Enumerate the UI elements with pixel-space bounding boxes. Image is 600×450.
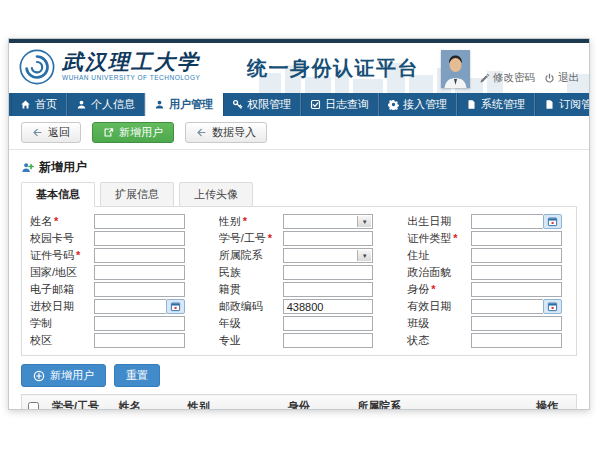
user-icon	[76, 99, 87, 110]
select-all-checkbox[interactable]	[28, 402, 39, 410]
key-icon	[232, 99, 243, 110]
class-input[interactable]	[471, 316, 562, 331]
back-arrow-icon	[32, 127, 43, 138]
gender-label: 性别*	[219, 214, 283, 229]
native-place-input[interactable]	[283, 282, 374, 297]
status-label: 状态	[407, 333, 471, 348]
political-status-label: 政治面貌	[407, 265, 471, 280]
user-avatar[interactable]	[441, 50, 470, 88]
result-table: 学号/工号姓名性别身份所属院系操作	[21, 394, 577, 410]
nav-tab-label: 订阅管理	[559, 97, 590, 112]
nav-tab-system[interactable]: 系统管理	[457, 93, 535, 116]
country-region-input[interactable]	[94, 265, 185, 280]
form-field-political-status: 政治面貌	[407, 265, 568, 280]
email-label: 电子邮箱	[30, 282, 94, 297]
nav-tab-permissions[interactable]: 权限管理	[223, 93, 301, 116]
pencil-icon	[479, 73, 490, 84]
nav-tab-logs[interactable]: 日志查询	[301, 93, 379, 116]
reset-button[interactable]: 重置	[114, 364, 160, 387]
nav-tab-access[interactable]: 接入管理	[379, 93, 457, 116]
reset-button-label: 重置	[126, 368, 148, 383]
add-user-toolbar-label: 新增用户	[119, 125, 163, 140]
data-import-button[interactable]: 数据导入	[185, 122, 267, 143]
required-asterisk: *	[54, 215, 58, 227]
required-asterisk: *	[243, 215, 247, 227]
form-field-email: 电子邮箱	[30, 282, 219, 297]
export-icon	[103, 127, 114, 138]
student-id-label: 学号/工号*	[219, 231, 283, 246]
valid-date-input[interactable]	[471, 299, 543, 314]
form-row: 姓名*性别*▼出生日期	[30, 213, 568, 230]
grade-input[interactable]	[283, 316, 374, 331]
chevron-down-icon[interactable]: ▼	[357, 216, 371, 227]
logout-label: 退出	[558, 71, 579, 85]
postal-code-input[interactable]	[283, 299, 374, 314]
status-input[interactable]	[471, 333, 562, 348]
app-header: 武汉理工大学 WUHAN UNIVERSITY OF TECHNOLOGY 统一…	[9, 43, 589, 93]
form-row: 电子邮箱籍贯身份*	[30, 281, 568, 298]
nav-tab-label: 首页	[35, 97, 57, 112]
form-row: 学制年级班级	[30, 315, 568, 332]
entry-date-field	[94, 299, 185, 314]
department-select[interactable]: ▼	[283, 248, 374, 263]
calendar-icon[interactable]	[543, 299, 562, 314]
form-field-birth-date: 出生日期	[407, 214, 568, 229]
identity-input[interactable]	[471, 282, 562, 297]
form-field-id-number: 证件号码*	[30, 248, 219, 263]
gender-select[interactable]: ▼	[283, 214, 374, 229]
valid-date-field	[471, 299, 562, 314]
form-field-gender: 性别*▼	[219, 214, 408, 229]
ethnicity-label: 民族	[219, 265, 283, 280]
nav-tab-users[interactable]: 用户管理	[145, 93, 223, 116]
campus-input[interactable]	[94, 333, 185, 348]
name-input[interactable]	[94, 214, 185, 229]
nav-tab-home[interactable]: 首页	[11, 93, 67, 116]
schooling-length-label: 学制	[30, 316, 94, 331]
back-button[interactable]: 返回	[21, 122, 81, 143]
nav-tab-subscription[interactable]: 订阅管理	[535, 93, 590, 116]
change-password-link[interactable]: 修改密码	[479, 71, 535, 85]
birth-date-input[interactable]	[471, 214, 543, 229]
address-input[interactable]	[471, 248, 562, 263]
identity-label: 身份*	[407, 282, 471, 297]
column-header-5: 操作	[532, 395, 576, 411]
doc-icon	[466, 99, 477, 110]
home-icon	[20, 99, 31, 110]
tab-extended-info[interactable]: 扩展信息	[100, 182, 174, 207]
form-field-status: 状态	[407, 333, 568, 348]
nav-tab-label: 系统管理	[481, 97, 525, 112]
campus-card-no-input[interactable]	[94, 231, 185, 246]
form-actions: 新增用户 重置	[9, 356, 589, 394]
calendar-icon[interactable]	[543, 214, 562, 229]
schooling-length-input[interactable]	[94, 316, 185, 331]
chevron-down-icon[interactable]: ▼	[357, 250, 371, 261]
id-number-input[interactable]	[94, 248, 185, 263]
political-status-input[interactable]	[471, 265, 562, 280]
entry-date-input[interactable]	[94, 299, 166, 314]
form-row: 证件号码*所属院系▼住址	[30, 247, 568, 264]
nav-tab-profile[interactable]: 个人信息	[67, 93, 145, 116]
logout-link[interactable]: 退出	[544, 71, 579, 85]
form-tabs: 基本信息扩展信息上传头像	[21, 182, 577, 206]
power-icon	[544, 73, 555, 84]
major-input[interactable]	[283, 333, 374, 348]
id-type-input[interactable]	[471, 231, 562, 246]
ethnicity-input[interactable]	[283, 265, 374, 280]
nav-tab-label: 权限管理	[247, 97, 291, 112]
add-user-toolbar-button[interactable]: 新增用户	[92, 122, 174, 143]
calendar-icon[interactable]	[166, 299, 185, 314]
student-id-input[interactable]	[283, 231, 374, 246]
tab-upload-avatar[interactable]: 上传头像	[179, 182, 253, 207]
form-row: 进校日期邮政编码有效日期	[30, 298, 568, 315]
section-title-label: 新增用户	[39, 159, 87, 176]
tab-basic-info[interactable]: 基本信息	[21, 182, 95, 207]
submit-add-user-button[interactable]: 新增用户	[21, 364, 106, 387]
department-label: 所属院系	[219, 248, 283, 263]
platform-title: 统一身份认证平台	[247, 55, 419, 82]
main-nav: 首页个人信息用户管理权限管理日志查询接入管理系统管理订阅管理	[9, 93, 589, 116]
form-field-identity: 身份*	[407, 282, 568, 297]
form-field-country-region: 国家/地区	[30, 265, 219, 280]
import-arrow-icon	[196, 127, 207, 138]
section-title: 新增用户	[9, 150, 589, 182]
email-input[interactable]	[94, 282, 185, 297]
